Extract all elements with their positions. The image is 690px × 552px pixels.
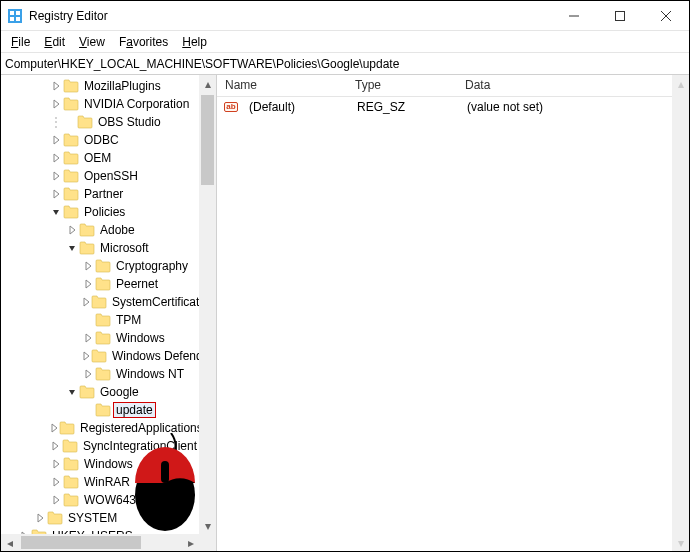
chevron-down-icon[interactable]: [49, 207, 63, 217]
tree-node-label: OEM: [82, 151, 113, 165]
tree-node[interactable]: RegisteredApplications: [1, 419, 199, 437]
value-row[interactable]: ab(Default)REG_SZ(value not set): [217, 97, 689, 117]
tree-node-label: Partner: [82, 187, 125, 201]
chevron-down-icon[interactable]: [65, 387, 79, 397]
chevron-right-icon[interactable]: [81, 279, 95, 289]
chevron-right-icon[interactable]: [49, 135, 63, 145]
tree-node-label: MozillaPlugins: [82, 79, 163, 93]
folder-icon: [63, 133, 79, 147]
chevron-right-icon[interactable]: [49, 459, 63, 469]
svg-rect-1: [10, 11, 14, 15]
tree-node[interactable]: update: [1, 401, 199, 419]
tree-node[interactable]: Windows: [1, 329, 199, 347]
tree-node[interactable]: ODBC: [1, 131, 199, 149]
tree-node[interactable]: HKEY_USERS: [1, 527, 199, 534]
tree-node[interactable]: SyncIntegrationClient: [1, 437, 199, 455]
chevron-right-icon[interactable]: [49, 189, 63, 199]
folder-icon: [95, 403, 111, 417]
address-bar[interactable]: Computer\HKEY_LOCAL_MACHINE\SOFTWARE\Pol…: [1, 53, 689, 75]
folder-icon: [63, 493, 79, 507]
tree-node-label: Cryptography: [114, 259, 190, 273]
tree-node[interactable]: Partner: [1, 185, 199, 203]
folder-icon: [63, 151, 79, 165]
tree-node[interactable]: NVIDIA Corporation: [1, 95, 199, 113]
tree-node[interactable]: Policies: [1, 203, 199, 221]
column-type[interactable]: Type: [347, 75, 457, 96]
tree-node[interactable]: WOW6432Node: [1, 491, 199, 509]
scroll-left-icon[interactable]: ◂: [1, 534, 18, 551]
tree-node[interactable]: Windows: [1, 455, 199, 473]
chevron-right-icon[interactable]: [49, 477, 63, 487]
tree-node[interactable]: ⋮OBS Studio: [1, 113, 199, 131]
chevron-right-icon[interactable]: [33, 513, 47, 523]
chevron-right-icon[interactable]: [49, 423, 59, 433]
column-data[interactable]: Data: [457, 75, 689, 96]
tree-node[interactable]: Google: [1, 383, 199, 401]
menu-favorites[interactable]: Favorites: [113, 33, 174, 51]
scroll-down-icon: ▾: [672, 534, 689, 551]
scroll-up-icon: ▴: [672, 75, 689, 92]
folder-icon: [79, 223, 95, 237]
folder-icon: [63, 97, 79, 111]
tree-node-label: Windows: [82, 457, 135, 471]
scroll-thumb[interactable]: [201, 95, 214, 185]
menu-edit[interactable]: Edit: [38, 33, 71, 51]
values-list[interactable]: ab(Default)REG_SZ(value not set): [217, 97, 689, 117]
close-button[interactable]: [643, 1, 689, 31]
scroll-right-icon[interactable]: ▸: [182, 534, 199, 551]
tree-node[interactable]: MozillaPlugins: [1, 77, 199, 95]
folder-icon: [79, 241, 95, 255]
scroll-up-icon[interactable]: ▴: [199, 75, 216, 92]
menu-view[interactable]: View: [73, 33, 111, 51]
tree-node[interactable]: Peernet: [1, 275, 199, 293]
chevron-right-icon[interactable]: [49, 81, 63, 91]
menu-file[interactable]: File: [5, 33, 36, 51]
chevron-right-icon[interactable]: [49, 153, 63, 163]
scroll-corner: [199, 534, 216, 551]
svg-rect-3: [10, 17, 14, 21]
menu-help[interactable]: Help: [176, 33, 213, 51]
chevron-right-icon[interactable]: [81, 369, 95, 379]
tree-node[interactable]: SYSTEM: [1, 509, 199, 527]
scroll-thumb-h[interactable]: [21, 536, 141, 549]
tree-node[interactable]: Windows Defender: [1, 347, 199, 365]
tree-node[interactable]: OpenSSH: [1, 167, 199, 185]
tree-node[interactable]: Windows NT: [1, 365, 199, 383]
chevron-right-icon[interactable]: [49, 441, 62, 451]
chevron-right-icon[interactable]: [81, 333, 95, 343]
registry-tree[interactable]: MozillaPluginsNVIDIA Corporation⋮OBS Stu…: [1, 75, 199, 534]
tree-node[interactable]: SystemCertificates: [1, 293, 199, 311]
folder-icon: [62, 439, 78, 453]
scroll-down-icon[interactable]: ▾: [199, 517, 216, 534]
string-value-icon: ab: [223, 99, 239, 115]
column-name[interactable]: Name: [217, 75, 347, 96]
tree-node[interactable]: Cryptography: [1, 257, 199, 275]
folder-icon: [95, 367, 111, 381]
menubar: File Edit View Favorites Help: [1, 31, 689, 53]
values-vertical-scrollbar[interactable]: ▴ ▾: [672, 75, 689, 551]
value-data: (value not set): [459, 100, 551, 114]
tree-node[interactable]: Adobe: [1, 221, 199, 239]
tree-node[interactable]: Microsoft: [1, 239, 199, 257]
chevron-right-icon[interactable]: [81, 261, 95, 271]
tree-node[interactable]: TPM: [1, 311, 199, 329]
tree-node-label: OpenSSH: [82, 169, 140, 183]
folder-icon: [77, 115, 93, 129]
chevron-down-icon[interactable]: [65, 243, 79, 253]
chevron-right-icon[interactable]: [49, 495, 63, 505]
folder-icon: [63, 79, 79, 93]
value-type: REG_SZ: [349, 100, 459, 114]
minimize-button[interactable]: [551, 1, 597, 31]
tree-node-label: WinRAR: [82, 475, 132, 489]
tree-horizontal-scrollbar[interactable]: ◂ ▸: [1, 534, 199, 551]
chevron-right-icon[interactable]: [65, 225, 79, 235]
chevron-right-icon[interactable]: [81, 297, 91, 307]
tree-node-label: OBS Studio: [96, 115, 163, 129]
chevron-right-icon[interactable]: [81, 351, 91, 361]
tree-vertical-scrollbar[interactable]: ▴ ▾: [199, 75, 216, 534]
tree-node[interactable]: OEM: [1, 149, 199, 167]
tree-node[interactable]: WinRAR: [1, 473, 199, 491]
chevron-right-icon[interactable]: [49, 171, 63, 181]
maximize-button[interactable]: [597, 1, 643, 31]
chevron-right-icon[interactable]: [49, 99, 63, 109]
